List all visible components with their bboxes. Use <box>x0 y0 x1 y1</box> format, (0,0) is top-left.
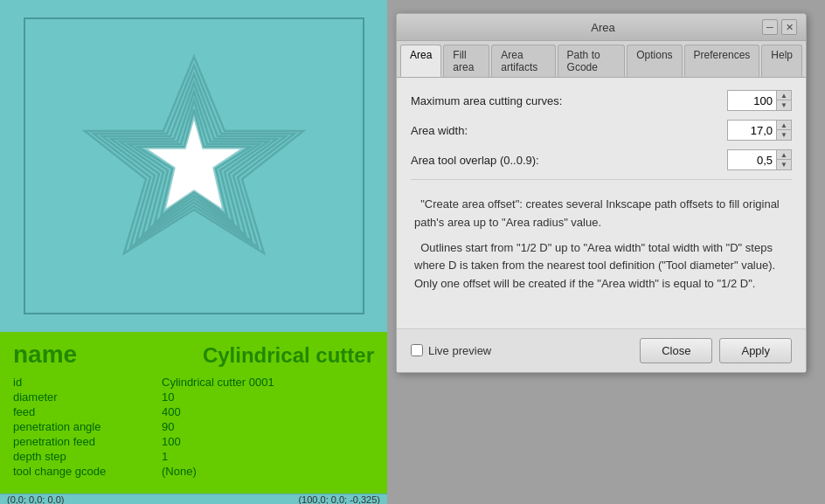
close-dialog-button[interactable]: ✕ <box>781 19 797 35</box>
area-width-up[interactable]: ▲ <box>777 121 791 130</box>
prop-label-depth-step: depth step <box>13 450 153 463</box>
canvas-border <box>24 17 364 314</box>
prop-label-feed: feed <box>13 405 153 418</box>
left-panel: name Cylindrical cutter idCylindrical cu… <box>0 0 387 504</box>
max-curves-input[interactable] <box>728 91 776 110</box>
tool-overlap-input[interactable] <box>728 150 776 169</box>
area-width-down[interactable]: ▼ <box>777 130 791 140</box>
tab-preferences[interactable]: Preferences <box>684 45 760 77</box>
tool-overlap-down[interactable]: ▼ <box>777 160 791 169</box>
tab-area-artifacts[interactable]: Area artifacts <box>491 45 555 77</box>
max-curves-row: Maximum area cutting curves: ▲ ▼ <box>411 90 792 111</box>
prop-value-depth-step: 1 <box>162 450 374 463</box>
live-preview-checkbox[interactable] <box>411 344 423 356</box>
apply-button[interactable]: Apply <box>719 338 792 363</box>
tool-overlap-row: Area tool overlap (0..0.9): ▲ ▼ <box>411 149 792 170</box>
area-width-row: Area width: ▲ ▼ <box>411 120 792 141</box>
tool-info-panel: name Cylindrical cutter idCylindrical cu… <box>0 332 387 494</box>
tool-properties: idCylindrical cutter 0001diameter10feed4… <box>13 376 374 478</box>
dialog-body: Maximum area cutting curves: ▲ ▼ Area wi… <box>397 78 806 328</box>
area-width-label: Area width: <box>411 124 727 137</box>
max-curves-spinbox[interactable]: ▲ ▼ <box>727 90 792 111</box>
tool-overlap-label: Area tool overlap (0..0.9): <box>411 154 727 167</box>
tool-type-label: Cylindrical cutter <box>203 343 374 368</box>
coord-bar: (0,0; 0,0; 0,0) (100,0; 0,0; -0,325) <box>0 494 387 504</box>
star-preview <box>54 35 334 297</box>
prop-label-penetration-angle: penetration angle <box>13 420 153 433</box>
area-width-input[interactable] <box>728 121 776 140</box>
dialog-controls: ─ ✕ <box>762 19 797 35</box>
area-dialog: Area ─ ✕ Area Fill area Area artifacts P… <box>396 13 807 373</box>
live-preview-section: Live preview <box>411 344 491 357</box>
prop-label-penetration-feed: penetration feed <box>13 435 153 448</box>
description-box: "Create area offset": creates several In… <box>411 189 792 307</box>
tab-options[interactable]: Options <box>627 45 682 77</box>
prop-value-id: Cylindrical cutter 0001 <box>162 376 374 389</box>
description-para-1: "Create area offset": creates several In… <box>414 196 788 232</box>
coord-bottom-left: (0,0; 0,0; 0,0) <box>7 494 64 504</box>
tab-help[interactable]: Help <box>761 45 802 77</box>
canvas-area <box>0 0 387 332</box>
minimize-button[interactable]: ─ <box>762 19 778 35</box>
tool-overlap-up[interactable]: ▲ <box>777 150 791 160</box>
max-curves-label: Maximum area cutting curves: <box>411 94 727 107</box>
prop-value-penetration-angle: 90 <box>162 420 374 433</box>
max-curves-up[interactable]: ▲ <box>777 91 791 100</box>
coord-bottom-right: (100,0; 0,0; -0,325) <box>298 494 380 504</box>
separator <box>411 179 792 180</box>
live-preview-label: Live preview <box>428 344 491 357</box>
prop-value-penetration-feed: 100 <box>162 435 374 448</box>
tab-bar: Area Fill area Area artifacts Path to Gc… <box>397 41 806 78</box>
tab-path-to-gcode[interactable]: Path to Gcode <box>558 45 626 77</box>
prop-label-tool-change-gcode: tool change gcode <box>13 465 153 478</box>
tool-name-label: name <box>13 341 77 369</box>
action-buttons: Close Apply <box>640 338 792 363</box>
description-para-2: Outlines start from "1/2 D" up to "Area … <box>414 239 788 293</box>
prop-value-diameter: 10 <box>162 390 374 404</box>
prop-label-diameter: diameter <box>13 390 153 404</box>
dialog-title: Area <box>444 21 762 34</box>
tab-area[interactable]: Area <box>400 45 441 77</box>
dialog-titlebar: Area ─ ✕ <box>397 14 806 41</box>
dialog-footer: Live preview Close Apply <box>397 328 806 372</box>
prop-value-feed: 400 <box>162 405 374 418</box>
close-button[interactable]: Close <box>640 338 712 363</box>
prop-value-tool-change-gcode: (None) <box>162 465 374 478</box>
max-curves-down[interactable]: ▼ <box>777 100 791 110</box>
tool-overlap-spinbox[interactable]: ▲ ▼ <box>727 149 792 170</box>
area-width-spinbox[interactable]: ▲ ▼ <box>727 120 792 141</box>
prop-label-id: id <box>13 376 153 389</box>
tab-fill-area[interactable]: Fill area <box>443 45 489 77</box>
right-panel: Area ─ ✕ Area Fill area Area artifacts P… <box>387 0 825 504</box>
